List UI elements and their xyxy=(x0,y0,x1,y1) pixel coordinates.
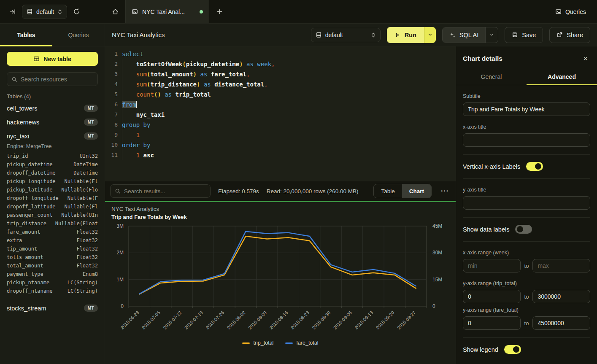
yaxis-title-input[interactable] xyxy=(463,196,590,210)
column-name: payment_type xyxy=(7,271,43,277)
database-selector-topbar[interactable]: default xyxy=(22,5,67,19)
view-table-option[interactable]: Table xyxy=(374,184,402,198)
tables-section-label: Tables (4) xyxy=(7,93,98,100)
xaxis-range-max-input[interactable] xyxy=(532,259,590,272)
column-row: pickup_latitudeNullable(Flo xyxy=(7,186,98,194)
xaxis-title-input[interactable] xyxy=(463,133,590,147)
column-row: passenger_countNullable(UIn xyxy=(7,211,98,219)
sidebar-tab-tables[interactable]: Tables xyxy=(0,24,52,46)
columns-list: trip_idUInt32pickup_datetimeDateTimedrop… xyxy=(7,152,98,298)
sql-editor[interactable]: 1select2 toStartOfWeek(pickup_datetime) … xyxy=(105,46,456,181)
token: asc xyxy=(143,152,154,159)
legend-swatch xyxy=(285,342,293,344)
sidebar: Tables Queries New table Tables (4) cell… xyxy=(0,24,105,364)
close-icon[interactable]: × xyxy=(583,55,588,62)
subtitle-input[interactable] xyxy=(463,102,590,116)
column-type: DateTime xyxy=(73,170,98,176)
svg-text:2015-09-13: 2015-09-13 xyxy=(354,310,374,330)
toggle-knob xyxy=(517,226,523,232)
sql-ai-chevron[interactable] xyxy=(485,27,498,43)
token: from xyxy=(122,101,136,108)
database-selector-query[interactable]: default xyxy=(311,28,381,42)
save-button[interactable]: Save xyxy=(505,27,543,43)
svg-text:2015-07-19: 2015-07-19 xyxy=(184,310,204,330)
read-stat: Read: 20,000,000 rows (260.00 MB) xyxy=(267,188,359,194)
token xyxy=(243,61,246,67)
editor-line: 6from xyxy=(105,100,456,110)
tab-nyc-taxi-analytics[interactable]: NYC Taxi Anal... xyxy=(125,0,209,23)
code-line: 1 asc xyxy=(122,150,154,160)
new-table-button[interactable]: New table xyxy=(7,52,98,66)
vertical-xaxis-labels-toggle[interactable] xyxy=(526,162,543,171)
queries-terminal-icon xyxy=(555,8,562,15)
view-chart-option[interactable]: Chart xyxy=(402,184,431,198)
column-row: tip_amountFloat32 xyxy=(7,245,98,253)
code-line: sum(total_amount) as fare_total, xyxy=(122,69,250,79)
queries-button[interactable]: Queries xyxy=(555,8,586,15)
token xyxy=(122,91,136,98)
new-tab-icon[interactable] xyxy=(209,0,230,23)
line-number: 7 xyxy=(105,110,118,120)
panel-title: Chart details xyxy=(463,55,502,62)
refresh-icon[interactable] xyxy=(73,8,80,15)
table-row-nyc_taxi[interactable]: nyc_taxiMT xyxy=(4,129,100,143)
sidebar-collapse-icon[interactable] xyxy=(9,8,16,15)
results-toolbar: Elapsed: 0.579s Read: 20,000,000 rows (2… xyxy=(105,181,456,201)
results-search[interactable] xyxy=(110,184,211,198)
token: ( xyxy=(182,61,186,67)
svg-text:2015-09-06: 2015-09-06 xyxy=(332,310,353,330)
column-row: trip_distanceNullable(Float xyxy=(7,219,98,228)
tab-advanced[interactable]: Advanced xyxy=(527,69,597,85)
legend-item-fare_total[interactable]: fare_total xyxy=(285,340,318,346)
column-name: pickup_ntaname xyxy=(7,280,49,286)
home-icon[interactable] xyxy=(105,0,125,23)
yaxis-range-trip-min-input[interactable] xyxy=(463,290,521,303)
line-number: 3 xyxy=(105,69,118,79)
token xyxy=(122,71,136,78)
token: as xyxy=(200,71,207,78)
table-row-cell_towers[interactable]: cell_towersMT xyxy=(4,101,100,115)
sidebar-search[interactable] xyxy=(7,72,98,86)
view-toggle: Table Chart xyxy=(373,184,432,198)
database-icon xyxy=(316,32,322,38)
yaxis-range-trip-max-input[interactable] xyxy=(532,290,590,303)
column-row: trip_idUInt32 xyxy=(7,152,98,160)
sparkle-icon xyxy=(449,32,456,38)
yaxis-range-fare-min-input[interactable] xyxy=(463,316,521,330)
sql-ai-button[interactable]: SQL AI xyxy=(442,27,498,43)
show-data-labels-toggle[interactable] xyxy=(515,225,532,234)
legend-label: trip_total xyxy=(253,340,273,346)
yaxis-range-fare-max-input[interactable] xyxy=(532,316,590,330)
token xyxy=(122,152,136,159)
svg-text:30M: 30M xyxy=(432,250,442,256)
tab-general[interactable]: General xyxy=(456,69,527,85)
sidebar-search-input[interactable] xyxy=(21,76,93,83)
share-button[interactable]: Share xyxy=(549,27,590,43)
column-type: Nullable(Fl xyxy=(65,178,98,184)
token: as xyxy=(204,81,211,88)
table-row-hackernews[interactable]: hackernewsMT xyxy=(4,115,100,129)
more-options-icon[interactable]: ··· xyxy=(439,187,451,195)
run-button[interactable]: Run xyxy=(387,27,436,43)
sidebar-tab-queries[interactable]: Queries xyxy=(52,24,105,46)
token xyxy=(207,71,211,78)
column-name: trip_id xyxy=(7,153,28,159)
results-search-input[interactable] xyxy=(124,188,206,194)
query-title: NYC Taxi Analytics xyxy=(112,31,165,38)
column-name: pickup_longitude xyxy=(7,178,56,184)
svg-text:2015-08-30: 2015-08-30 xyxy=(311,310,331,330)
run-options-chevron[interactable] xyxy=(424,27,436,43)
play-icon xyxy=(394,32,400,38)
column-row: pickup_datetimeDateTime xyxy=(7,160,98,169)
token: select xyxy=(122,51,143,57)
show-legend-toggle[interactable] xyxy=(504,345,521,354)
line-number: 11 xyxy=(105,150,118,160)
table-row-stocks_stream[interactable]: stocks_streamMT xyxy=(4,301,100,315)
column-name: passenger_count xyxy=(7,212,52,218)
column-type: Nullable(Float xyxy=(55,221,98,226)
tab-title: NYC Taxi Anal... xyxy=(142,8,185,15)
token: nyc_taxi xyxy=(136,111,165,118)
xaxis-range-min-input[interactable] xyxy=(463,259,521,272)
legend-item-trip_total[interactable]: trip_total xyxy=(242,340,273,346)
unsaved-dot xyxy=(200,10,203,13)
